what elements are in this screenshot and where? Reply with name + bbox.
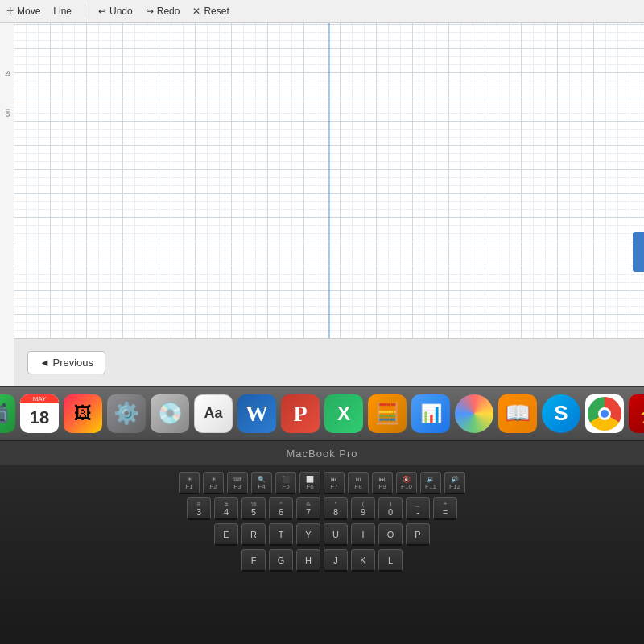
number-key-row: #3 $4 %5 ^6 &7 *8 (9 )0 bbox=[16, 497, 628, 520]
key-5[interactable]: %5 bbox=[242, 497, 266, 520]
key-y[interactable]: Y bbox=[296, 523, 320, 546]
undo-label: Undo bbox=[109, 6, 133, 17]
facetime-icon: 📹 bbox=[0, 401, 9, 426]
flash-icon: ⚡ bbox=[638, 403, 645, 424]
key-f11[interactable]: 🔉F11 bbox=[420, 472, 441, 494]
chrome-center bbox=[598, 407, 611, 420]
dock-facetime[interactable]: 📹 bbox=[0, 394, 15, 433]
key-l[interactable]: L bbox=[378, 549, 402, 572]
word-icon: W bbox=[246, 401, 268, 427]
key-o[interactable]: O bbox=[378, 523, 402, 546]
key-i[interactable]: I bbox=[351, 523, 375, 546]
key-t[interactable]: T bbox=[269, 523, 293, 546]
dock-chrome[interactable] bbox=[585, 394, 624, 433]
skype-icon: S bbox=[554, 401, 568, 426]
key-f4[interactable]: 🔍F4 bbox=[251, 472, 272, 494]
key-f10[interactable]: 🔇F10 bbox=[396, 472, 417, 494]
system-prefs-icon: ⚙️ bbox=[114, 401, 139, 426]
key-9[interactable]: (9 bbox=[351, 497, 375, 520]
e-key-row: E R T Y U I O P bbox=[16, 523, 628, 546]
key-u[interactable]: U bbox=[324, 523, 348, 546]
books-icon: 📖 bbox=[505, 401, 530, 426]
key-h[interactable]: H bbox=[296, 549, 320, 572]
dock-x[interactable]: X bbox=[324, 394, 363, 433]
dock-system-prefs[interactable]: ⚙️ bbox=[107, 394, 146, 433]
key-6[interactable]: ^6 bbox=[269, 497, 293, 520]
macbook-bar: MacBook Pro bbox=[0, 441, 644, 465]
key-k[interactable]: K bbox=[351, 549, 375, 572]
key-p[interactable]: P bbox=[406, 523, 430, 546]
key-f[interactable]: F bbox=[242, 549, 266, 572]
line-tool[interactable]: Line bbox=[53, 6, 72, 17]
sidebar-label-ts: ts bbox=[3, 71, 11, 76]
left-sidebar: ts on bbox=[0, 23, 14, 386]
move-icon: ✛ bbox=[6, 6, 14, 16]
previous-button[interactable]: ◄ Previous bbox=[27, 351, 105, 374]
calculator-icon: 🧮 bbox=[374, 401, 400, 426]
dock-dvd[interactable]: 💿 bbox=[151, 394, 189, 433]
grid-canvas bbox=[14, 23, 644, 338]
dvd-icon: 💿 bbox=[157, 401, 183, 426]
key-f2[interactable]: ☀F2 bbox=[203, 472, 224, 494]
key-4[interactable]: $4 bbox=[214, 497, 238, 520]
f-key-row: F G H J K L bbox=[16, 549, 628, 572]
keyboard-rows: ☀F1 ☀F2 ⌨F3 🔍F4 ⬛F5 ⬜F6 ⏮F7 ⏯F8 bbox=[0, 465, 644, 572]
blue-panel-button[interactable] bbox=[633, 232, 644, 272]
key-f1[interactable]: ☀F1 bbox=[179, 472, 200, 494]
line-label: Line bbox=[53, 6, 72, 17]
fn-key-row: ☀F1 ☀F2 ⌨F3 🔍F4 ⬛F5 ⬜F6 ⏮F7 ⏯F8 bbox=[16, 472, 628, 494]
key-f6[interactable]: ⬜F6 bbox=[299, 472, 320, 494]
key-g[interactable]: G bbox=[269, 549, 293, 572]
key-minus[interactable]: _- bbox=[406, 497, 430, 520]
move-label: Move bbox=[17, 6, 40, 17]
undo-icon: ↩ bbox=[98, 6, 106, 17]
dock-photos[interactable] bbox=[455, 394, 493, 433]
reset-icon: ✕ bbox=[192, 6, 200, 17]
key-0[interactable]: )0 bbox=[378, 497, 402, 520]
bottom-bar: ◄ Previous bbox=[14, 338, 644, 386]
keynote-icon: 📊 bbox=[420, 403, 442, 424]
key-f9[interactable]: ⏭F9 bbox=[372, 472, 393, 494]
chrome-icon bbox=[588, 397, 621, 431]
move-tool[interactable]: ✛ Move bbox=[6, 6, 40, 17]
key-plus[interactable]: += bbox=[433, 497, 457, 520]
dock-books[interactable]: 📖 bbox=[498, 394, 537, 433]
key-3[interactable]: #3 bbox=[187, 497, 211, 520]
dock-photos-app[interactable]: 🖼 bbox=[64, 394, 102, 433]
dock: 📹 MAY 18 🖼 ⚙️ 💿 Aa W P X 🧮 📊 bbox=[0, 386, 644, 441]
key-e[interactable]: E bbox=[214, 523, 238, 546]
keyboard: ☀F1 ☀F2 ⌨F3 🔍F4 ⬛F5 ⬜F6 ⏮F7 ⏯F8 bbox=[0, 465, 644, 644]
key-f3[interactable]: ⌨F3 bbox=[227, 472, 248, 494]
x-icon: X bbox=[337, 402, 350, 425]
key-r[interactable]: R bbox=[242, 523, 266, 546]
undo-button[interactable]: ↩ Undo bbox=[98, 6, 133, 17]
dock-calendar[interactable]: MAY 18 bbox=[20, 394, 59, 433]
redo-button[interactable]: ↪ Redo bbox=[146, 6, 180, 17]
dock-dictionary[interactable]: Aa bbox=[194, 394, 233, 433]
dock-keynote[interactable]: 📊 bbox=[411, 394, 450, 433]
reset-button[interactable]: ✕ Reset bbox=[192, 6, 229, 17]
key-f7[interactable]: ⏮F7 bbox=[324, 472, 345, 494]
toolbar: ✛ Move Line ↩ Undo ↪ Redo ✕ Reset bbox=[0, 0, 644, 23]
redo-label: Redo bbox=[157, 6, 180, 17]
calendar-month: MAY bbox=[20, 394, 59, 403]
calendar-date: 18 bbox=[30, 403, 49, 433]
dock-flash[interactable]: ⚡ bbox=[629, 394, 644, 433]
photos-app-icon: 🖼 bbox=[74, 403, 92, 424]
redo-icon: ↪ bbox=[146, 6, 154, 17]
key-f8[interactable]: ⏯F8 bbox=[348, 472, 369, 494]
key-8[interactable]: *8 bbox=[324, 497, 348, 520]
dock-calculator[interactable]: 🧮 bbox=[368, 394, 407, 433]
dock-wp[interactable]: P bbox=[281, 394, 320, 433]
reset-label: Reset bbox=[204, 6, 229, 17]
center-vertical-line bbox=[329, 23, 330, 338]
toolbar-divider bbox=[85, 5, 85, 18]
key-f12[interactable]: 🔊F12 bbox=[444, 472, 465, 494]
key-7[interactable]: &7 bbox=[296, 497, 320, 520]
key-j[interactable]: J bbox=[324, 549, 348, 572]
wp-icon: P bbox=[293, 401, 307, 427]
key-f5[interactable]: ⬛F5 bbox=[275, 472, 296, 494]
dictionary-icon: Aa bbox=[204, 405, 222, 422]
dock-word[interactable]: W bbox=[237, 394, 276, 433]
dock-skype[interactable]: S bbox=[542, 394, 580, 433]
